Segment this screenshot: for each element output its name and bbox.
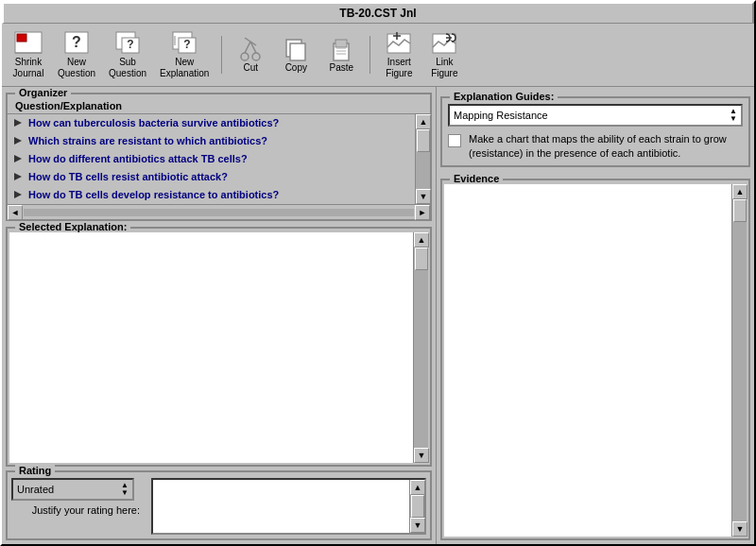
scroll-up-button[interactable]: ▲: [414, 232, 429, 247]
rating-vscrollbar[interactable]: ▲ ▼: [409, 480, 424, 533]
explanation-textarea[interactable]: [9, 232, 413, 463]
content-area: Organizer Question/Explanation: [2, 87, 754, 544]
explanation-guides-dropdown[interactable]: Mapping Resistance ▲ ▼: [448, 104, 743, 127]
scroll-thumb[interactable]: [411, 495, 424, 518]
scroll-thumb[interactable]: [417, 129, 430, 152]
row-text: How can tuberculosis bacteria survive an…: [28, 117, 279, 128]
rating-section: Rating Unrated ▲ ▼ Justify your rating h: [6, 470, 432, 540]
new-explanation-label: New Explanation: [160, 57, 209, 79]
paste-label: Paste: [330, 62, 354, 74]
svg-point-13: [252, 53, 260, 60]
scroll-down-button[interactable]: ▼: [410, 518, 425, 533]
link-figure-icon: [429, 30, 459, 57]
cut-label: Cut: [244, 62, 259, 74]
shrink-journal-label: Shrink Journal: [13, 57, 44, 79]
scroll-thumb[interactable]: [415, 247, 428, 270]
svg-marker-29: [14, 119, 22, 127]
insert-figure-button[interactable]: Insert Figure: [378, 27, 420, 82]
paste-button[interactable]: Paste: [320, 33, 362, 77]
scroll-thumb[interactable]: [733, 199, 747, 222]
right-panel: Explanation Guides: Mapping Resistance ▲…: [437, 87, 754, 544]
scroll-up-button[interactable]: ▲: [416, 114, 431, 129]
svg-text:?: ?: [127, 38, 133, 51]
svg-marker-32: [14, 173, 22, 180]
organizer-row[interactable]: How do different antibiotics attack TB c…: [8, 150, 415, 168]
svg-marker-30: [14, 137, 22, 145]
sub-question-icon: ?: [112, 30, 143, 57]
toolbar-separator-2: [369, 36, 370, 74]
new-question-icon: ?: [61, 30, 92, 57]
organizer-vscrollbar[interactable]: ▲ ▼: [415, 114, 430, 204]
scroll-track: [416, 129, 430, 189]
scroll-left-button[interactable]: ◄: [8, 205, 23, 220]
evidence-vscrollbar[interactable]: ▲ ▼: [731, 184, 747, 537]
scroll-down-button[interactable]: ▼: [414, 448, 429, 463]
new-explanation-button[interactable]: ? New Explanation: [155, 27, 214, 82]
scroll-down-button[interactable]: ▼: [732, 521, 747, 537]
toolbar: Shrink Journal ? New Question: [2, 24, 754, 87]
cut-button[interactable]: Cut: [230, 33, 271, 77]
copy-icon: [281, 36, 311, 62]
organizer-row[interactable]: How do TB cells develop resistance to an…: [8, 186, 415, 204]
title-bar: TB-20.CST Jnl: [2, 2, 754, 24]
selected-explanation-title: Selected Explanation:: [15, 221, 130, 232]
explanation-guides-section: Explanation Guides: Mapping Resistance ▲…: [440, 96, 750, 167]
expand-icon: [11, 188, 25, 201]
new-question-label: New Question: [58, 57, 95, 79]
rating-title: Rating: [15, 465, 55, 476]
new-explanation-icon: ?: [169, 30, 199, 57]
svg-rect-20: [335, 40, 347, 47]
left-panel: Organizer Question/Explanation: [2, 87, 437, 544]
expand-icon: [11, 170, 25, 183]
organizer-row[interactable]: Which strains are resistant to which ant…: [8, 132, 415, 150]
rating-text-area[interactable]: [153, 480, 409, 533]
row-text: How do TB cells develop resistance to an…: [28, 189, 279, 200]
scroll-down-button[interactable]: ▼: [416, 189, 431, 204]
sub-question-button[interactable]: ? Sub Question: [104, 27, 151, 82]
guide-text: Make a chart that maps the ability of ea…: [469, 132, 743, 162]
scroll-up-button[interactable]: ▲: [732, 184, 747, 199]
hscroll-track: [24, 209, 414, 216]
row-text: Which strains are resistant to which ant…: [28, 135, 267, 146]
insert-figure-icon: [384, 30, 414, 57]
svg-marker-31: [14, 155, 22, 162]
dropdown-arrows: ▲ ▼: [730, 108, 737, 123]
sub-question-label: Sub Question: [109, 57, 146, 79]
organizer-hscrollbar[interactable]: ◄ ►: [8, 204, 430, 219]
main-window: TB-20.CST Jnl Shrink Journal ?: [0, 0, 756, 546]
row-text: How do TB cells resist antibiotic attack…: [28, 171, 228, 182]
guide-checkbox[interactable]: [448, 134, 461, 147]
copy-label: Copy: [285, 62, 307, 74]
svg-line-16: [245, 38, 256, 45]
guide-dropdown-value: Mapping Resistance: [454, 110, 548, 121]
organizer-row[interactable]: How can tuberculosis bacteria survive an…: [8, 114, 415, 132]
justify-label: Justify your rating here:: [11, 504, 144, 516]
svg-text:?: ?: [72, 34, 81, 50]
organizer-row[interactable]: How do TB cells resist antibiotic attack…: [8, 168, 415, 186]
paste-icon: [326, 36, 356, 62]
svg-text:?: ?: [184, 38, 191, 51]
svg-rect-18: [290, 43, 305, 60]
explanation-vscrollbar[interactable]: ▲ ▼: [413, 232, 428, 463]
copy-button[interactable]: Copy: [275, 33, 317, 77]
scroll-track: [414, 247, 428, 448]
link-figure-button[interactable]: Link Figure: [423, 27, 465, 82]
scroll-right-button[interactable]: ►: [415, 205, 430, 220]
toolbar-separator-1: [221, 36, 222, 74]
shrink-journal-icon: [13, 30, 43, 57]
new-question-button[interactable]: ? New Question: [53, 27, 100, 82]
link-figure-label: Link Figure: [431, 57, 457, 79]
evidence-title: Evidence: [450, 173, 503, 184]
selected-explanation-section: Selected Explanation: ▲ ▼: [6, 227, 432, 467]
scroll-track: [732, 199, 747, 521]
rating-dropdown[interactable]: Unrated ▲ ▼: [11, 478, 134, 501]
scroll-up-button[interactable]: ▲: [410, 480, 425, 495]
organizer-section: Organizer Question/Explanation: [6, 93, 432, 221]
evidence-section: Evidence ▲ ▼: [440, 179, 750, 540]
shrink-journal-button[interactable]: Shrink Journal: [8, 27, 49, 82]
insert-figure-label: Insert Figure: [386, 57, 412, 79]
rating-value: Unrated: [17, 484, 54, 495]
window-title: TB-20.CST Jnl: [339, 7, 416, 20]
expand-icon: [11, 152, 25, 165]
dropdown-arrows: ▲ ▼: [121, 482, 129, 497]
